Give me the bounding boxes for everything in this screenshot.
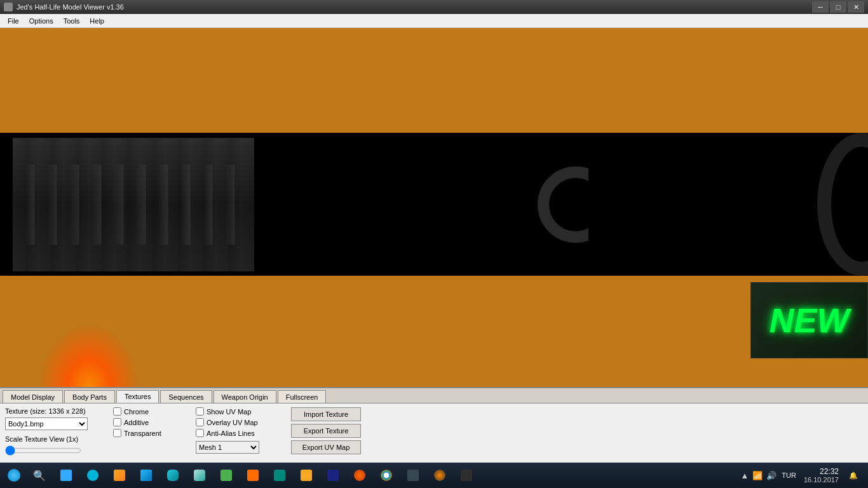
tab-model-display[interactable]: Model Display — [3, 390, 63, 403]
tab-bar: Model Display Body Parts Textures Sequen… — [0, 388, 868, 403]
taskbar-app9[interactable] — [294, 463, 319, 488]
transparent-label: Transparent — [124, 430, 161, 437]
app10-icon — [327, 470, 339, 481]
taskbar-store[interactable] — [160, 463, 186, 488]
transparent-row: Transparent — [113, 429, 189, 437]
anti-alias-checkbox[interactable] — [196, 429, 204, 437]
viewport: NEW — [0, 28, 868, 387]
new-badge: NEW — [750, 282, 868, 358]
taskbar-edge[interactable] — [80, 463, 105, 488]
tab-weapon-origin[interactable]: Weapon Origin — [214, 390, 276, 403]
taskbar-app8[interactable] — [267, 463, 292, 488]
maximize-button[interactable]: □ — [830, 1, 846, 13]
tray-arrow[interactable]: ▲ — [740, 471, 749, 480]
minimize-button[interactable]: ─ — [812, 1, 829, 13]
scale-slider[interactable] — [5, 445, 81, 456]
notification-button[interactable]: 🔔 — [844, 463, 863, 488]
taskbar-app11[interactable] — [347, 463, 372, 488]
chrome-icon — [381, 470, 392, 481]
taskbar-explorer[interactable] — [107, 463, 132, 488]
texture-dropdown-row: Body1.bmp — [5, 417, 107, 430]
explorer-icon — [114, 470, 125, 481]
clock-time: 22:32 — [804, 467, 839, 476]
taskbar-app10[interactable] — [320, 463, 346, 488]
texture-curve — [792, 133, 868, 276]
orange-glow — [38, 323, 140, 387]
texture-size-label: Texture (size: 1336 x 228) — [5, 407, 107, 415]
language-indicator[interactable]: TUR — [779, 471, 799, 479]
show-uv-checkbox[interactable] — [196, 407, 204, 416]
overlay-uv-row: Overlay UV Map — [196, 418, 285, 426]
show-uv-row: Show UV Map — [196, 407, 285, 416]
additive-row: Additive — [113, 418, 189, 426]
title-bar: Jed's Half-Life Model Viewer v1.36 ─ □ ✕ — [0, 0, 868, 14]
show-uv-label: Show UV Map — [207, 408, 251, 416]
start-button[interactable] — [0, 463, 28, 488]
taskbar-app6[interactable] — [214, 463, 239, 488]
mesh-row: Mesh 1 Mesh 2 Mesh 3 — [196, 441, 285, 454]
taskbar-tray: ▲ 📶 🔊 TUR 22:32 16.10.2017 🔔 — [735, 463, 868, 488]
app7-icon — [247, 470, 259, 481]
menu-options[interactable]: Options — [24, 16, 58, 26]
anti-alias-label: Anti-Alias Lines — [207, 430, 255, 437]
tab-textures[interactable]: Textures — [116, 390, 159, 403]
search-button[interactable]: 🔍 — [28, 463, 51, 488]
additive-checkbox[interactable] — [113, 418, 121, 426]
chrome-label: Chrome — [124, 408, 149, 416]
taskbar-hl-logo[interactable] — [427, 463, 452, 488]
taskbar-icons — [51, 463, 735, 488]
tray-icons: ▲ 📶 🔊 — [740, 471, 776, 480]
texture-strip — [0, 133, 868, 276]
edge-icon — [87, 470, 98, 481]
anti-alias-row: Anti-Alias Lines — [196, 429, 285, 437]
store-icon — [167, 470, 179, 481]
import-texture-button[interactable]: Import Texture — [291, 407, 361, 421]
taskbar-app7[interactable] — [240, 463, 266, 488]
close-button[interactable]: ✕ — [848, 1, 864, 13]
taskbar-mail[interactable] — [133, 463, 159, 488]
scale-slider-wrap — [5, 445, 107, 456]
mail-icon — [140, 470, 152, 481]
app9-icon — [301, 470, 312, 481]
title-bar-controls: ─ □ ✕ — [812, 1, 864, 13]
menu-bar: File Options Tools Help — [0, 14, 868, 28]
alien-icon — [461, 470, 472, 481]
scale-label: Scale Texture View (1x) — [5, 435, 107, 443]
transparent-checkbox[interactable] — [113, 429, 121, 437]
new-badge-text: NEW — [770, 301, 850, 340]
tab-fullscreen[interactable]: Fullscreen — [278, 390, 327, 403]
hl-logo-icon — [434, 470, 445, 481]
tab-sequences[interactable]: Sequences — [160, 390, 212, 403]
tab-body-parts[interactable]: Body Parts — [64, 390, 115, 403]
task-view-icon — [60, 470, 72, 481]
movie-icon — [407, 470, 419, 481]
clock-date: 16.10.2017 — [804, 476, 839, 484]
taskbar-alien[interactable] — [454, 463, 479, 488]
menu-help[interactable]: Help — [85, 16, 109, 26]
menu-tools[interactable]: Tools — [58, 16, 85, 26]
task-view-button[interactable] — [53, 463, 79, 488]
mesh-dropdown[interactable]: Mesh 1 Mesh 2 Mesh 3 — [196, 441, 259, 454]
tray-network[interactable]: 📶 — [752, 471, 763, 480]
texture-dropdown[interactable]: Body1.bmp — [5, 417, 88, 430]
taskbar: 🔍 — [0, 463, 868, 488]
clock-area[interactable]: 22:32 16.10.2017 — [801, 467, 841, 484]
chrome-row: Chrome — [113, 407, 189, 416]
tray-volume[interactable]: 🔊 — [766, 471, 776, 480]
menu-file[interactable]: File — [3, 16, 24, 26]
app6-icon — [220, 470, 232, 481]
app8-icon — [274, 470, 285, 481]
app11-icon — [354, 470, 365, 481]
texture-ring — [538, 166, 614, 243]
taskbar-movie[interactable] — [400, 463, 426, 488]
overlay-uv-checkbox[interactable] — [196, 418, 204, 426]
export-uv-map-button[interactable]: Export UV Map — [291, 440, 361, 454]
app-icon — [4, 3, 13, 11]
export-texture-button[interactable]: Export Texture — [291, 424, 361, 438]
photos-icon — [194, 470, 205, 481]
texture-left — [13, 138, 254, 271]
title-bar-left: Jed's Half-Life Model Viewer v1.36 — [4, 3, 124, 11]
taskbar-chrome[interactable] — [374, 463, 399, 488]
taskbar-photos[interactable] — [187, 463, 212, 488]
chrome-checkbox[interactable] — [113, 407, 121, 416]
